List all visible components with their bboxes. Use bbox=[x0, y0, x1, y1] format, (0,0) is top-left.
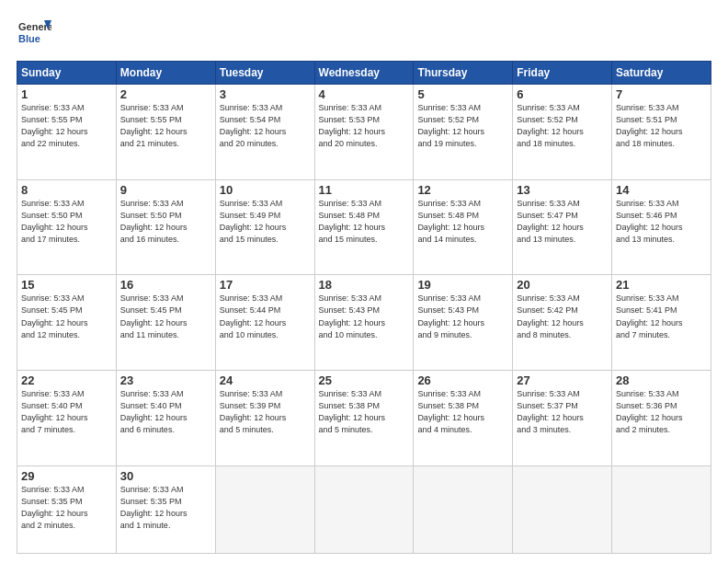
calendar-day-7: 7Sunrise: 5:33 AM Sunset: 5:51 PM Daylig… bbox=[612, 85, 711, 180]
calendar-day-20: 20Sunrise: 5:33 AM Sunset: 5:42 PM Dayli… bbox=[513, 275, 612, 371]
calendar-header-tuesday: Tuesday bbox=[215, 62, 314, 85]
calendar-day-empty bbox=[414, 465, 513, 553]
day-info: Sunrise: 5:33 AM Sunset: 5:45 PM Dayligh… bbox=[21, 293, 112, 340]
day-info: Sunrise: 5:33 AM Sunset: 5:47 PM Dayligh… bbox=[517, 198, 608, 246]
day-number: 24 bbox=[220, 373, 311, 387]
calendar-day-11: 11Sunrise: 5:33 AM Sunset: 5:48 PM Dayli… bbox=[314, 179, 414, 275]
calendar-day-25: 25Sunrise: 5:33 AM Sunset: 5:38 PM Dayli… bbox=[314, 371, 414, 466]
day-info: Sunrise: 5:33 AM Sunset: 5:41 PM Dayligh… bbox=[616, 293, 707, 340]
day-number: 11 bbox=[319, 183, 410, 197]
calendar-day-empty bbox=[513, 465, 612, 553]
day-info: Sunrise: 5:33 AM Sunset: 5:37 PM Dayligh… bbox=[517, 388, 608, 436]
day-number: 12 bbox=[417, 183, 508, 197]
day-number: 3 bbox=[220, 87, 311, 101]
calendar-day-26: 26Sunrise: 5:33 AM Sunset: 5:38 PM Dayli… bbox=[414, 371, 513, 466]
day-number: 25 bbox=[319, 373, 410, 387]
calendar-header-monday: Monday bbox=[116, 62, 215, 85]
calendar-day-9: 9Sunrise: 5:33 AM Sunset: 5:50 PM Daylig… bbox=[116, 179, 215, 275]
day-info: Sunrise: 5:33 AM Sunset: 5:40 PM Dayligh… bbox=[120, 388, 211, 436]
day-number: 21 bbox=[616, 278, 707, 292]
day-info: Sunrise: 5:33 AM Sunset: 5:51 PM Dayligh… bbox=[616, 102, 707, 150]
calendar-day-22: 22Sunrise: 5:33 AM Sunset: 5:40 PM Dayli… bbox=[17, 371, 117, 466]
calendar-week-1: 1Sunrise: 5:33 AM Sunset: 5:55 PM Daylig… bbox=[17, 85, 711, 180]
calendar-day-4: 4Sunrise: 5:33 AM Sunset: 5:53 PM Daylig… bbox=[314, 85, 414, 180]
calendar-day-empty bbox=[314, 465, 414, 553]
day-info: Sunrise: 5:33 AM Sunset: 5:43 PM Dayligh… bbox=[319, 293, 410, 340]
calendar-day-12: 12Sunrise: 5:33 AM Sunset: 5:48 PM Dayli… bbox=[414, 179, 513, 275]
day-info: Sunrise: 5:33 AM Sunset: 5:42 PM Dayligh… bbox=[517, 293, 608, 340]
calendar-day-23: 23Sunrise: 5:33 AM Sunset: 5:40 PM Dayli… bbox=[116, 371, 215, 466]
day-number: 6 bbox=[517, 87, 608, 101]
day-number: 18 bbox=[319, 278, 410, 292]
day-info: Sunrise: 5:33 AM Sunset: 5:39 PM Dayligh… bbox=[220, 388, 311, 436]
calendar-day-1: 1Sunrise: 5:33 AM Sunset: 5:55 PM Daylig… bbox=[17, 85, 117, 180]
day-number: 17 bbox=[220, 278, 311, 292]
calendar-day-5: 5Sunrise: 5:33 AM Sunset: 5:52 PM Daylig… bbox=[414, 85, 513, 180]
calendar-day-10: 10Sunrise: 5:33 AM Sunset: 5:49 PM Dayli… bbox=[215, 179, 314, 275]
calendar-day-13: 13Sunrise: 5:33 AM Sunset: 5:47 PM Dayli… bbox=[513, 179, 612, 275]
day-info: Sunrise: 5:33 AM Sunset: 5:38 PM Dayligh… bbox=[417, 388, 508, 436]
day-number: 26 bbox=[417, 373, 508, 387]
day-number: 27 bbox=[517, 373, 608, 387]
day-number: 19 bbox=[417, 278, 508, 292]
calendar-day-24: 24Sunrise: 5:33 AM Sunset: 5:39 PM Dayli… bbox=[215, 371, 314, 466]
calendar-day-17: 17Sunrise: 5:33 AM Sunset: 5:44 PM Dayli… bbox=[215, 275, 314, 371]
calendar-day-8: 8Sunrise: 5:33 AM Sunset: 5:50 PM Daylig… bbox=[17, 179, 117, 275]
day-number: 16 bbox=[120, 278, 211, 292]
calendar-day-18: 18Sunrise: 5:33 AM Sunset: 5:43 PM Dayli… bbox=[314, 275, 414, 371]
calendar-day-30: 30Sunrise: 5:33 AM Sunset: 5:35 PM Dayli… bbox=[116, 465, 215, 553]
day-info: Sunrise: 5:33 AM Sunset: 5:44 PM Dayligh… bbox=[220, 293, 311, 340]
day-info: Sunrise: 5:33 AM Sunset: 5:50 PM Dayligh… bbox=[120, 198, 211, 246]
day-number: 14 bbox=[616, 183, 707, 197]
calendar-header-wednesday: Wednesday bbox=[314, 62, 414, 85]
day-info: Sunrise: 5:33 AM Sunset: 5:55 PM Dayligh… bbox=[120, 102, 211, 150]
calendar-day-empty bbox=[612, 465, 711, 553]
calendar-day-16: 16Sunrise: 5:33 AM Sunset: 5:45 PM Dayli… bbox=[116, 275, 215, 371]
day-info: Sunrise: 5:33 AM Sunset: 5:40 PM Dayligh… bbox=[21, 388, 112, 436]
day-number: 1 bbox=[21, 87, 112, 101]
calendar-day-6: 6Sunrise: 5:33 AM Sunset: 5:52 PM Daylig… bbox=[513, 85, 612, 180]
day-number: 13 bbox=[517, 183, 608, 197]
day-number: 22 bbox=[21, 373, 112, 387]
calendar-week-4: 22Sunrise: 5:33 AM Sunset: 5:40 PM Dayli… bbox=[17, 371, 711, 466]
calendar-day-3: 3Sunrise: 5:33 AM Sunset: 5:54 PM Daylig… bbox=[215, 85, 314, 180]
calendar-header-row: SundayMondayTuesdayWednesdayThursdayFrid… bbox=[17, 62, 711, 85]
day-info: Sunrise: 5:33 AM Sunset: 5:35 PM Dayligh… bbox=[120, 484, 211, 532]
day-info: Sunrise: 5:33 AM Sunset: 5:35 PM Dayligh… bbox=[21, 484, 112, 532]
day-info: Sunrise: 5:33 AM Sunset: 5:49 PM Dayligh… bbox=[220, 198, 311, 246]
day-info: Sunrise: 5:33 AM Sunset: 5:54 PM Dayligh… bbox=[220, 102, 311, 150]
calendar-header-saturday: Saturday bbox=[612, 62, 711, 85]
calendar-day-15: 15Sunrise: 5:33 AM Sunset: 5:45 PM Dayli… bbox=[17, 275, 117, 371]
page: General Blue SundayMondayTuesdayWednesda… bbox=[0, 0, 728, 563]
day-number: 7 bbox=[616, 87, 707, 101]
calendar-header-thursday: Thursday bbox=[414, 62, 513, 85]
day-number: 15 bbox=[21, 278, 112, 292]
day-info: Sunrise: 5:33 AM Sunset: 5:55 PM Dayligh… bbox=[21, 102, 112, 150]
day-number: 30 bbox=[120, 469, 211, 483]
logo-container: General Blue bbox=[17, 17, 51, 52]
day-number: 9 bbox=[120, 183, 211, 197]
day-info: Sunrise: 5:33 AM Sunset: 5:36 PM Dayligh… bbox=[616, 388, 707, 436]
calendar-header-friday: Friday bbox=[513, 62, 612, 85]
calendar-week-2: 8Sunrise: 5:33 AM Sunset: 5:50 PM Daylig… bbox=[17, 179, 711, 275]
day-number: 4 bbox=[319, 87, 410, 101]
generalblue-logo-icon: General Blue bbox=[17, 17, 51, 52]
calendar-day-28: 28Sunrise: 5:33 AM Sunset: 5:36 PM Dayli… bbox=[612, 371, 711, 466]
day-info: Sunrise: 5:33 AM Sunset: 5:53 PM Dayligh… bbox=[319, 102, 410, 150]
calendar-day-29: 29Sunrise: 5:33 AM Sunset: 5:35 PM Dayli… bbox=[17, 465, 117, 553]
day-info: Sunrise: 5:33 AM Sunset: 5:46 PM Dayligh… bbox=[616, 198, 707, 246]
calendar-day-14: 14Sunrise: 5:33 AM Sunset: 5:46 PM Dayli… bbox=[612, 179, 711, 275]
day-number: 20 bbox=[517, 278, 608, 292]
day-number: 29 bbox=[21, 469, 112, 483]
calendar-week-5: 29Sunrise: 5:33 AM Sunset: 5:35 PM Dayli… bbox=[17, 465, 711, 553]
day-number: 10 bbox=[220, 183, 311, 197]
calendar-header-sunday: Sunday bbox=[17, 62, 117, 85]
calendar-week-3: 15Sunrise: 5:33 AM Sunset: 5:45 PM Dayli… bbox=[17, 275, 711, 371]
day-info: Sunrise: 5:33 AM Sunset: 5:43 PM Dayligh… bbox=[417, 293, 508, 340]
day-info: Sunrise: 5:33 AM Sunset: 5:48 PM Dayligh… bbox=[319, 198, 410, 246]
day-info: Sunrise: 5:33 AM Sunset: 5:38 PM Dayligh… bbox=[319, 388, 410, 436]
logo: General Blue bbox=[17, 17, 51, 52]
day-info: Sunrise: 5:33 AM Sunset: 5:48 PM Dayligh… bbox=[417, 198, 508, 246]
day-info: Sunrise: 5:33 AM Sunset: 5:52 PM Dayligh… bbox=[417, 102, 508, 150]
calendar-day-19: 19Sunrise: 5:33 AM Sunset: 5:43 PM Dayli… bbox=[414, 275, 513, 371]
